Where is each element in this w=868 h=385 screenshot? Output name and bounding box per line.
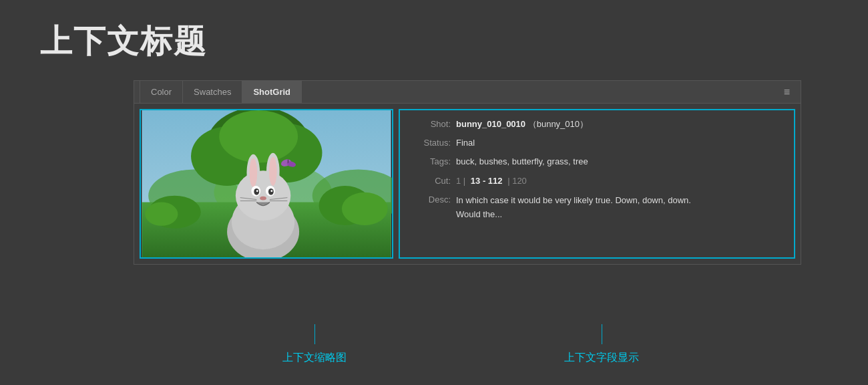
cut-label: Cut: xyxy=(411,175,451,187)
annotation-thumbnail: 上下文缩略图 xyxy=(282,324,347,365)
tab-bar: Color Swatches ShotGrid ≡ xyxy=(134,81,801,104)
menu-icon[interactable]: ≡ xyxy=(779,86,795,98)
annotation-fields-label: 上下文字段显示 xyxy=(564,351,639,365)
desc-label: Desc: xyxy=(411,194,451,222)
content-area: Shot: bunny_010_0010 （bunny_010） Status:… xyxy=(134,104,801,264)
svg-point-17 xyxy=(236,170,291,221)
shot-label: Shot: xyxy=(411,118,451,130)
svg-point-14 xyxy=(145,203,178,226)
field-row-desc: Desc: In which case it would be very lik… xyxy=(411,194,783,222)
field-row-shot: Shot: bunny_010_0010 （bunny_010） xyxy=(411,118,783,130)
svg-point-28 xyxy=(260,197,266,201)
tab-swatches[interactable]: Swatches xyxy=(183,81,242,103)
tags-label: Tags: xyxy=(411,156,451,168)
status-label: Status: xyxy=(411,137,451,149)
cut-value: 1 | 13 - 112 | 120 xyxy=(456,175,527,187)
thumbnail-panel xyxy=(140,109,393,259)
svg-point-26 xyxy=(256,190,258,192)
tags-value: buck, bushes, butterfly, grass, tree xyxy=(456,156,588,168)
annotation-line-left xyxy=(314,324,315,344)
annotations-container: 上下文缩略图 上下文字段显示 xyxy=(134,324,801,365)
annotation-thumbnail-label: 上下文缩略图 xyxy=(282,351,347,365)
svg-point-12 xyxy=(342,192,388,225)
svg-point-21 xyxy=(269,157,277,186)
cut-post: | 120 xyxy=(507,176,527,186)
cut-pre: 1 | xyxy=(456,176,465,186)
svg-point-20 xyxy=(249,158,257,187)
shot-value: bunny_010_0010 （bunny_010） xyxy=(456,118,588,130)
svg-point-10 xyxy=(219,110,298,163)
desc-value: In which case it would be very likely tr… xyxy=(456,194,696,222)
field-row-tags: Tags: buck, bushes, butterfly, grass, tr… xyxy=(411,156,783,168)
svg-point-27 xyxy=(270,190,272,192)
annotation-line-right xyxy=(602,324,602,344)
main-panel: Color Swatches ShotGrid ≡ xyxy=(134,80,801,265)
thumbnail-image xyxy=(141,110,392,257)
field-row-status: Status: Final xyxy=(411,137,783,149)
page-title: 上下文标题 xyxy=(40,20,207,63)
tab-color[interactable]: Color xyxy=(140,81,183,103)
cut-bold: 13 - 112 xyxy=(471,176,503,186)
annotation-fields: 上下文字段显示 xyxy=(564,324,639,365)
tab-shotgrid[interactable]: ShotGrid xyxy=(242,81,302,103)
status-value: Final xyxy=(456,137,475,149)
shot-paren: （bunny_010） xyxy=(528,119,588,129)
shot-bold: bunny_010_0010 xyxy=(456,119,525,129)
fields-panel: Shot: bunny_010_0010 （bunny_010） Status:… xyxy=(399,109,795,259)
field-row-cut: Cut: 1 | 13 - 112 | 120 xyxy=(411,175,783,187)
